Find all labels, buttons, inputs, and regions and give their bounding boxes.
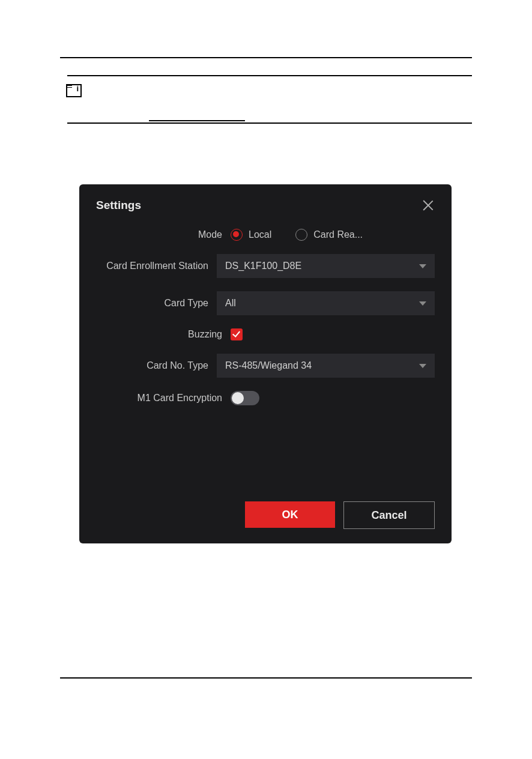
radio-local[interactable] (231, 229, 243, 241)
card-no-type-label: Card No. Type (96, 360, 217, 371)
dialog-body: Mode Local Card Rea... Card Enrollment S… (79, 229, 452, 405)
radio-card-reader-label[interactable]: Card Rea... (313, 229, 363, 240)
card-type-row: Card Type All (96, 291, 435, 315)
horizontal-rule (67, 75, 472, 76)
dialog-header: Settings (79, 184, 452, 229)
dialog-title: Settings (96, 199, 141, 212)
note-icon (66, 84, 82, 97)
horizontal-rule (60, 677, 472, 679)
chevron-down-icon (419, 301, 426, 306)
chevron-down-icon (419, 364, 426, 368)
card-type-label: Card Type (96, 298, 217, 309)
cancel-button[interactable]: Cancel (343, 501, 435, 529)
m1-encryption-label: M1 Card Encryption (96, 393, 231, 404)
link-underline (149, 120, 245, 121)
mode-label: Mode (96, 229, 231, 240)
enrollment-station-select[interactable]: DS_K1F100_D8E (217, 254, 435, 278)
dialog-footer: OK Cancel (245, 501, 435, 529)
enrollment-station-label: Card Enrollment Station (96, 261, 217, 271)
buzzing-checkbox[interactable] (231, 328, 243, 340)
mode-row: Mode Local Card Rea... (96, 229, 435, 241)
m1-encryption-toggle[interactable] (231, 391, 259, 405)
close-icon[interactable] (422, 199, 435, 212)
radio-local-label[interactable]: Local (249, 229, 271, 240)
mode-field: Local Card Rea... (231, 229, 435, 241)
enrollment-station-row: Card Enrollment Station DS_K1F100_D8E (96, 254, 435, 278)
buzzing-row: Buzzing (96, 328, 435, 340)
card-type-value: All (225, 298, 236, 309)
radio-card-reader[interactable] (295, 229, 307, 241)
m1-encryption-row: M1 Card Encryption (96, 391, 435, 405)
buzzing-label: Buzzing (96, 329, 231, 340)
card-no-type-value: RS-485/Wiegand 34 (225, 360, 312, 371)
card-no-type-row: Card No. Type RS-485/Wiegand 34 (96, 354, 435, 378)
chevron-down-icon (419, 264, 426, 268)
card-type-select[interactable]: All (217, 291, 435, 315)
horizontal-rule (60, 57, 472, 58)
ok-button[interactable]: OK (245, 501, 335, 528)
enrollment-station-value: DS_K1F100_D8E (225, 261, 301, 271)
settings-dialog: Settings Mode Local Card Rea... Card Enr… (79, 184, 452, 543)
horizontal-rule (67, 122, 472, 124)
card-no-type-select[interactable]: RS-485/Wiegand 34 (217, 354, 435, 378)
